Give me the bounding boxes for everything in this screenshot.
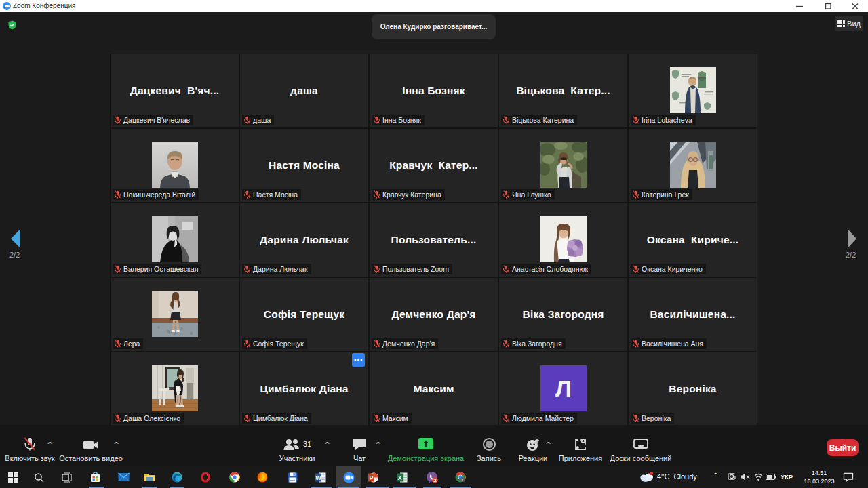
svg-text:P: P: [369, 474, 373, 481]
svg-text:W: W: [315, 474, 321, 481]
svg-text:2: 2: [433, 477, 436, 483]
svg-text:X: X: [397, 474, 401, 481]
svg-text:Л: Л: [555, 375, 572, 401]
